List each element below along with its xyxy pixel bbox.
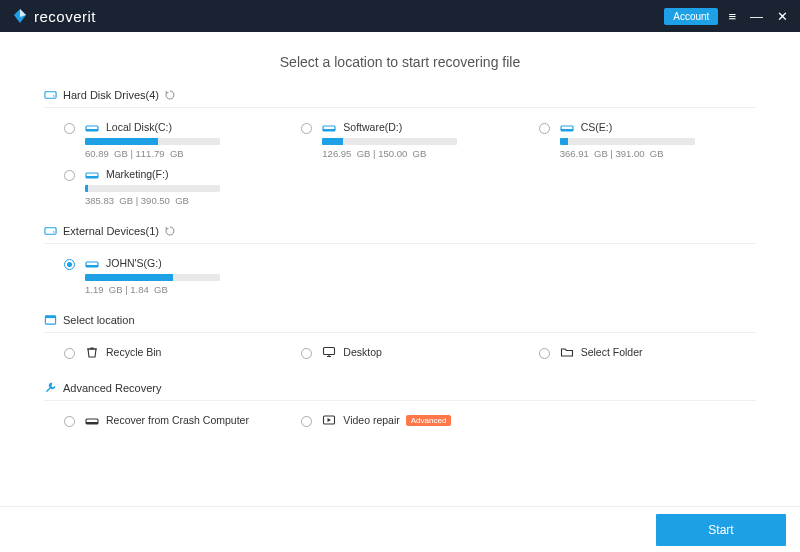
usage-text: 385.83 GB | 390.50 GB	[85, 195, 281, 206]
drive-label: Software(D:)	[343, 121, 402, 133]
item-label: Recover from Crash Computer	[106, 414, 249, 426]
drive-label: JOHN'S(G:)	[106, 257, 162, 269]
menu-icon[interactable]: ≡	[728, 9, 736, 24]
hdd-grid: Local Disk(C:) 60.89 GB | 111.79 GB Soft…	[44, 108, 756, 210]
section-label: Hard Disk Drives(4)	[63, 89, 159, 101]
drive-body: Marketing(F:) 385.83 GB | 390.50 GB	[85, 167, 281, 206]
app-logo: recoverit	[12, 8, 96, 25]
drive-body: Software(D:) 126.95 GB | 150.00 GB	[322, 120, 518, 159]
item-body: Video repairAdvanced	[322, 413, 518, 431]
section-head-hdd: Hard Disk Drives(4)	[44, 88, 756, 108]
drive-icon	[560, 120, 574, 134]
section-head-external: External Devices(1)	[44, 224, 756, 244]
svg-rect-7	[561, 129, 573, 131]
section-head-advanced: Advanced Recovery	[44, 381, 756, 401]
crash-icon	[85, 413, 99, 427]
drive-body: CS(E:) 366.91 GB | 391.00 GB	[560, 120, 756, 159]
svg-point-11	[53, 231, 54, 232]
radio-video[interactable]	[301, 416, 312, 427]
advanced-crash[interactable]: Recover from Crash Computer	[64, 413, 281, 431]
location-recycle[interactable]: Recycle Bin	[64, 345, 281, 363]
close-icon[interactable]: ✕	[777, 9, 788, 24]
radio-recycle[interactable]	[64, 348, 75, 359]
drive-e[interactable]: CS(E:) 366.91 GB | 391.00 GB	[539, 120, 756, 159]
usage-bar	[85, 274, 220, 281]
main-content: Select a location to start recovering fi…	[0, 32, 800, 435]
svg-rect-10	[45, 228, 56, 235]
folder-icon	[560, 345, 574, 359]
item-body: Select Folder	[560, 345, 756, 363]
item-label: Select Folder	[581, 346, 643, 358]
external-icon	[44, 224, 57, 237]
section-head-location: Select location	[44, 313, 756, 333]
refresh-icon[interactable]	[165, 226, 175, 236]
location-icon	[44, 313, 57, 326]
advanced-badge: Advanced	[406, 415, 452, 426]
drive-body: JOHN'S(G:) 1.19 GB | 1.84 GB	[85, 256, 281, 295]
usage-bar	[85, 138, 220, 145]
radio-folder[interactable]	[539, 348, 550, 359]
minimize-icon[interactable]: —	[750, 9, 763, 24]
location-grid: Recycle Bin Desktop Select Folder	[44, 333, 756, 367]
usage-bar	[322, 138, 457, 145]
window-controls: ≡ — ✕	[728, 9, 788, 24]
drive-body: Local Disk(C:) 60.89 GB | 111.79 GB	[85, 120, 281, 159]
location-desktop[interactable]: Desktop	[301, 345, 518, 363]
item-label: Video repair	[343, 414, 399, 426]
usage-text: 1.19 GB | 1.84 GB	[85, 284, 281, 295]
item-body: Recycle Bin	[85, 345, 281, 363]
drive-f[interactable]: Marketing(F:) 385.83 GB | 390.50 GB	[64, 167, 281, 206]
advanced-grid: Recover from Crash Computer Video repair…	[44, 401, 756, 435]
section-location: Select location Recycle Bin Desktop Sele…	[44, 313, 756, 367]
svg-rect-15	[45, 316, 55, 318]
item-body: Recover from Crash Computer	[85, 413, 281, 431]
drive-icon	[85, 120, 99, 134]
section-advanced: Advanced Recovery Recover from Crash Com…	[44, 381, 756, 435]
location-folder[interactable]: Select Folder	[539, 345, 756, 363]
drive-g[interactable]: JOHN'S(G:) 1.19 GB | 1.84 GB	[64, 256, 281, 295]
video-icon	[322, 413, 336, 427]
account-button[interactable]: Account	[664, 8, 718, 25]
drive-icon	[322, 120, 336, 134]
page-title: Select a location to start recovering fi…	[44, 54, 756, 70]
svg-rect-3	[86, 129, 98, 131]
advanced-video[interactable]: Video repairAdvanced	[301, 413, 518, 431]
drive-icon	[85, 256, 99, 270]
desktop-icon	[322, 345, 336, 359]
start-button[interactable]: Start	[656, 514, 786, 546]
svg-point-1	[53, 95, 54, 96]
radio-e[interactable]	[539, 123, 550, 134]
section-label: Select location	[63, 314, 135, 326]
drive-label: CS(E:)	[581, 121, 613, 133]
usage-bar	[85, 185, 220, 192]
section-label: External Devices(1)	[63, 225, 159, 237]
radio-f[interactable]	[64, 170, 75, 181]
brand-text: recoverit	[34, 8, 96, 25]
radio-d[interactable]	[301, 123, 312, 134]
hdd-icon	[44, 88, 57, 101]
radio-crash[interactable]	[64, 416, 75, 427]
drive-c[interactable]: Local Disk(C:) 60.89 GB | 111.79 GB	[64, 120, 281, 159]
item-label: Recycle Bin	[106, 346, 161, 358]
svg-rect-9	[86, 176, 98, 178]
drive-d[interactable]: Software(D:) 126.95 GB | 150.00 GB	[301, 120, 518, 159]
section-label: Advanced Recovery	[63, 382, 161, 394]
radio-g[interactable]	[64, 259, 75, 270]
recycle-bin-icon	[85, 345, 99, 359]
item-label: Desktop	[343, 346, 382, 358]
usage-text: 126.95 GB | 150.00 GB	[322, 148, 518, 159]
radio-c[interactable]	[64, 123, 75, 134]
radio-desktop[interactable]	[301, 348, 312, 359]
svg-rect-18	[86, 422, 98, 424]
usage-bar	[560, 138, 695, 145]
refresh-icon[interactable]	[165, 90, 175, 100]
external-grid: JOHN'S(G:) 1.19 GB | 1.84 GB	[44, 244, 756, 299]
title-bar: recoverit Account ≡ — ✕	[0, 0, 800, 32]
usage-text: 60.89 GB | 111.79 GB	[85, 148, 281, 159]
section-external: External Devices(1) JOHN'S(G:) 1.19 GB |…	[44, 224, 756, 299]
wrench-icon	[44, 381, 57, 394]
footer-bar: Start	[0, 506, 800, 552]
usage-text: 366.91 GB | 391.00 GB	[560, 148, 756, 159]
svg-rect-0	[45, 92, 56, 99]
drive-icon	[85, 167, 99, 181]
